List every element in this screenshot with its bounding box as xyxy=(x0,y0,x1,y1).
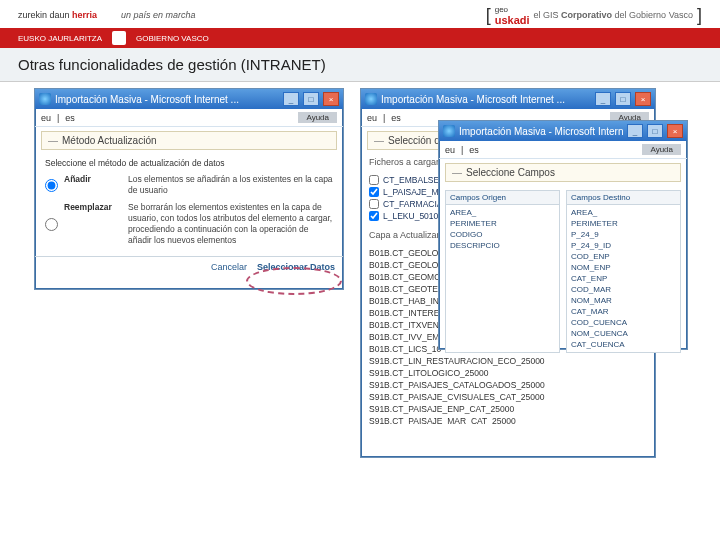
field-item[interactable]: COD_MAR xyxy=(571,284,676,295)
select-data-button[interactable]: Seleccionar Datos xyxy=(257,262,335,272)
field-item[interactable]: AREA_ xyxy=(571,207,676,218)
window-metodo: Importación Masiva - Microsoft Internet … xyxy=(34,88,344,290)
radio-replace-input[interactable] xyxy=(45,203,58,246)
help-button[interactable]: Ayuda xyxy=(642,144,681,155)
window-title: Importación Masiva - Microsoft Internet … xyxy=(381,94,591,105)
dest-fields[interactable]: Campos Destino AREA_ PERIMETER P_24_9 P_… xyxy=(566,190,681,353)
titlebar[interactable]: Importación Masiva - Microsoft Internet … xyxy=(35,89,343,109)
file-checkbox[interactable] xyxy=(369,211,379,221)
field-item[interactable]: CAT_MAR xyxy=(571,306,676,317)
field-mapping: Campos Origen AREA_ PERIMETER CODIGO DES… xyxy=(439,186,687,357)
minimize-button[interactable]: _ xyxy=(595,92,611,106)
radio-add-label: Añadir xyxy=(64,174,122,196)
file-checkbox[interactable] xyxy=(369,175,379,185)
field-item[interactable]: COD_CUENCA xyxy=(571,317,676,328)
file-checkbox[interactable] xyxy=(369,187,379,197)
field-item[interactable]: NOM_CUENCA xyxy=(571,328,676,339)
field-item[interactable]: NOM_ENP xyxy=(571,262,676,273)
button-bar: Cancelar Seleccionar Datos xyxy=(35,256,343,277)
collapse-icon[interactable]: — xyxy=(452,167,462,178)
layer-item[interactable]: S91B.CT_PAISAJE_CVISUALES_CAT_25000 xyxy=(369,391,647,403)
ie-icon xyxy=(39,93,51,105)
field-item[interactable]: P_24_9 xyxy=(571,229,676,240)
file-checkbox[interactable] xyxy=(369,199,379,209)
close-button[interactable]: × xyxy=(635,92,651,106)
radio-add[interactable]: Añadir Los elementos se añadirán a los e… xyxy=(45,174,333,196)
field-item[interactable]: COD_ENP xyxy=(571,251,676,262)
titlebar[interactable]: Importación Masiva - Microsoft Internet … xyxy=(361,89,655,109)
field-item[interactable]: CODIGO xyxy=(450,229,555,240)
maximize-button[interactable]: □ xyxy=(303,92,319,106)
maximize-button[interactable]: □ xyxy=(647,124,663,138)
layer-item[interactable]: S91B.CT_PAISAJE_MAR_CAT_25000 xyxy=(369,415,647,425)
col-header: Campos Destino xyxy=(567,191,680,205)
cancel-button[interactable]: Cancelar xyxy=(211,262,247,272)
toolbar: eu| es Ayuda xyxy=(35,109,343,127)
window-campos: Importación Masiva - Microsoft Internet … xyxy=(438,120,688,350)
lang-es[interactable]: es xyxy=(65,113,75,123)
section-header: — Método Actualización xyxy=(41,131,337,150)
logo-herria: zurekin daun herria xyxy=(18,10,97,20)
layer-item[interactable]: S91B.CT_LITOLOGICO_25000 xyxy=(369,367,647,379)
logo-pais: un país en marcha xyxy=(121,10,196,20)
shield-icon xyxy=(112,31,126,45)
gov-es: GOBIERNO VASCO xyxy=(136,34,209,43)
col-header: Campos Origen xyxy=(446,191,559,205)
close-button[interactable]: × xyxy=(667,124,683,138)
gov-eu: EUSKO JAURLARITZA xyxy=(18,34,102,43)
window-title: Importación Masiva - Microsoft Internet … xyxy=(459,126,623,137)
collapse-icon[interactable]: — xyxy=(374,135,384,146)
field-item[interactable]: PERIMETER xyxy=(450,218,555,229)
field-item[interactable]: P_24_9_ID xyxy=(571,240,676,251)
minimize-button[interactable]: _ xyxy=(283,92,299,106)
ie-icon xyxy=(443,125,455,137)
field-item[interactable]: PERIMETER xyxy=(571,218,676,229)
collapse-icon[interactable]: — xyxy=(48,135,58,146)
field-item[interactable]: AREA_ xyxy=(450,207,555,218)
close-button[interactable]: × xyxy=(323,92,339,106)
maximize-button[interactable]: □ xyxy=(615,92,631,106)
screenshot-stage: Importación Masiva - Microsoft Internet … xyxy=(0,82,720,512)
minimize-button[interactable]: _ xyxy=(627,124,643,138)
radio-replace-label: Reemplazar xyxy=(64,202,122,246)
brand-bar: zurekin daun herria un país en marcha [ … xyxy=(0,0,720,28)
pane-body: Seleccione el método de actualización de… xyxy=(35,154,343,256)
page-title: Otras funcionalidades de gestión (INTRAN… xyxy=(18,56,702,73)
lang-eu[interactable]: eu xyxy=(41,113,51,123)
field-item[interactable]: CAT_CUENCA xyxy=(571,339,676,350)
brand-geoeuskadi: [ geo uskadi el GIS Corporativo del Gobi… xyxy=(486,4,702,26)
layer-item[interactable]: S91B.CT_PAISAJES_CATALOGADOS_25000 xyxy=(369,379,647,391)
toolbar: eu| es Ayuda xyxy=(439,141,687,159)
source-fields[interactable]: Campos Origen AREA_ PERIMETER CODIGO DES… xyxy=(445,190,560,353)
layer-item[interactable]: S91B.CT_PAISAJE_ENP_CAT_25000 xyxy=(369,403,647,415)
ie-icon xyxy=(365,93,377,105)
gov-bar: EUSKO JAURLARITZA GOBIERNO VASCO xyxy=(0,28,720,48)
lang-eu[interactable]: eu xyxy=(445,145,455,155)
titlebar[interactable]: Importación Masiva - Microsoft Internet … xyxy=(439,121,687,141)
window-title: Importación Masiva - Microsoft Internet … xyxy=(55,94,279,105)
section-header: — Seleccione Campos xyxy=(445,163,681,182)
radio-add-input[interactable] xyxy=(45,175,58,196)
field-item[interactable]: NOM_MAR xyxy=(571,295,676,306)
slide-title-bar: Otras funcionalidades de gestión (INTRAN… xyxy=(0,48,720,82)
radio-replace[interactable]: Reemplazar Se borrarán los elementos exi… xyxy=(45,202,333,246)
lang-eu[interactable]: eu xyxy=(367,113,377,123)
lang-es[interactable]: es xyxy=(469,145,479,155)
lang-es[interactable]: es xyxy=(391,113,401,123)
prompt-text: Seleccione el método de actualización de… xyxy=(45,158,333,168)
field-item[interactable]: CAT_ENP xyxy=(571,273,676,284)
field-item[interactable]: DESCRIPCIO xyxy=(450,240,555,251)
help-button[interactable]: Ayuda xyxy=(298,112,337,123)
